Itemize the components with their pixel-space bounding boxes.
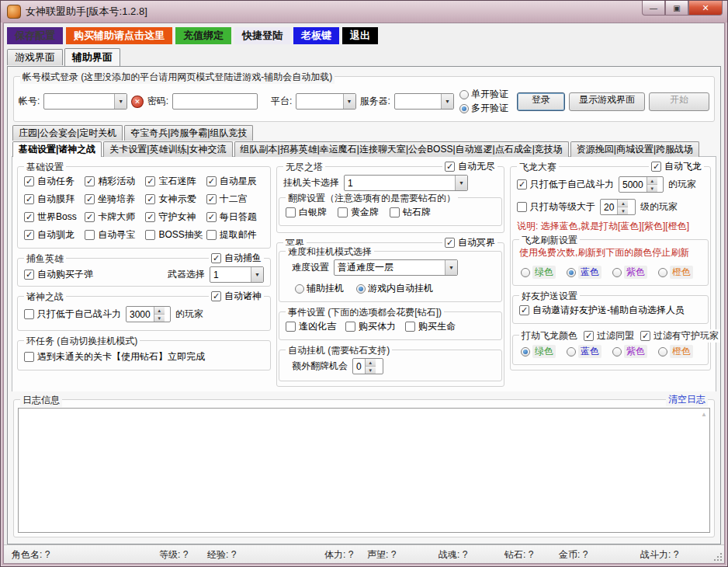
checkbox-auto-star[interactable]: 自动星辰 <box>206 175 264 188</box>
spinner-arrows-icon[interactable]: ▲▼ <box>647 177 657 192</box>
checkbox-icon <box>211 253 221 263</box>
tab-game-view[interactable]: 游戏界面 <box>7 49 63 65</box>
buy-assist-button[interactable]: 购买辅助请点击这里 <box>66 27 172 44</box>
radio-rob-green[interactable]: 绿色 <box>521 345 556 358</box>
tab-team-dungeon[interactable]: 组队副本|招募英雄|幸运魔石|连接聊天室|公会BOSS|自动巡逻|点石成金|竞技… <box>234 141 569 157</box>
checkbox-daily-quiz[interactable]: 每日答题 <box>206 210 264 224</box>
checkbox-auto-fishing[interactable]: 自动捕鱼 <box>211 252 262 265</box>
boss-key-button[interactable]: 老板键 <box>293 27 339 44</box>
login-button[interactable]: 登录 <box>517 92 565 111</box>
scroll-up-icon[interactable]: ▲ <box>701 411 707 418</box>
close-button[interactable]: ✕ <box>688 1 723 16</box>
platform-combobox[interactable]: ▼ <box>296 93 355 110</box>
tab-basic-settings[interactable]: 基础设置|诸神之战 <box>12 141 102 157</box>
checkbox-auto-endless[interactable]: 自动无尽 <box>445 160 495 173</box>
maximize-button[interactable]: ▣ <box>665 1 688 16</box>
titlebar: 女神联盟助手[版本号:1.2.8] — ▣ ✕ <box>1 1 727 23</box>
radio-assist-hang[interactable]: 辅助挂机 <box>295 282 344 295</box>
checkbox-dragon-power-limit[interactable]: 只打低于自己战斗力 <box>517 178 614 191</box>
checkbox-buy-life[interactable]: 购买生命 <box>405 320 456 333</box>
checkbox-gold-card[interactable]: 黄金牌 <box>338 206 379 219</box>
radio-label: 橙色 <box>670 266 693 279</box>
tab-manor-group[interactable]: 庄园|公会宴会|定时关机 <box>12 125 123 141</box>
checkbox-filter-guarded[interactable]: 过滤有守护玩家 <box>640 329 719 343</box>
checkbox-gem-maze[interactable]: 宝石迷阵 <box>145 175 203 188</box>
radio-refresh-green[interactable]: 绿色 <box>521 266 556 279</box>
checkbox-auto-escort[interactable]: 自动邀请好友护送-辅助自动选择人员 <box>519 304 685 317</box>
checkbox-buy-stamina[interactable]: 购买体力 <box>345 320 396 333</box>
password-input[interactable] <box>172 93 258 110</box>
client-area: 保存配置 购买辅助请点击这里 充值绑定 快捷登陆 老板键 退出 游戏界面 辅助界… <box>3 23 725 564</box>
checkbox-diamond-card[interactable]: 钻石牌 <box>390 206 431 219</box>
minimize-button[interactable]: — <box>642 1 665 16</box>
checkbox-icon <box>206 212 217 222</box>
account-combobox[interactable]: ▼ <box>43 93 127 110</box>
clear-log-link[interactable]: 清空日志 <box>666 393 708 406</box>
log-textarea[interactable]: ▲ <box>18 408 710 533</box>
radio-multi-login[interactable]: 多开验证 <box>459 102 508 115</box>
checkbox-goddess-love[interactable]: 女神示爱 <box>145 193 203 206</box>
spinner-arrows-icon[interactable]: ▲▼ <box>154 307 165 322</box>
checkbox-rob-level-limit[interactable]: 只打劫等级大于 <box>517 200 595 214</box>
checkbox-icon <box>145 194 155 204</box>
spinner-arrows-icon[interactable]: ▲▼ <box>617 200 628 214</box>
radio-rob-blue[interactable]: 蓝色 <box>567 345 601 358</box>
checkbox-buy-bullet[interactable]: 自动购买子弹 <box>24 268 93 281</box>
checkbox-guard-goddess[interactable]: 守护女神 <box>145 210 203 224</box>
flip-settings-caption: 翻牌设置（注意选项有的是需要钻石的） <box>286 192 458 205</box>
checkbox-label: BOSS抽奖 <box>158 228 203 242</box>
radio-icon <box>658 347 667 357</box>
radio-rob-purple[interactable]: 紫色 <box>612 345 647 358</box>
checkbox-auto-dragon[interactable]: 自动飞龙 <box>651 160 702 173</box>
checkbox-dragon-tame[interactable]: 自动驯龙 <box>24 228 81 242</box>
tab-level-settings[interactable]: 关卡设置|英雄训练|女神交流 <box>103 141 232 157</box>
dragon-power-spinner[interactable]: 5000 ▲▼ <box>619 176 664 193</box>
checkbox-events[interactable]: 精彩活动 <box>85 175 142 188</box>
weapon-combobox[interactable]: 1 ▼ <box>210 266 264 283</box>
radio-ingame-hang[interactable]: 游戏内自动挂机 <box>356 282 433 295</box>
checkbox-luck-turn[interactable]: 逢凶化吉 <box>286 320 336 333</box>
checkbox-auto-gods[interactable]: 自动诸神 <box>211 290 262 303</box>
checkbox-fetch-mail[interactable]: 提取邮件 <box>206 228 264 242</box>
tab-assist-view[interactable]: 辅助界面 <box>64 48 120 66</box>
server-combobox[interactable]: ▼ <box>394 93 454 110</box>
rob-level-spinner[interactable]: 20 ▲▼ <box>600 199 636 215</box>
checkbox-card-master[interactable]: 卡牌大师 <box>85 210 142 224</box>
tab-resource-recovery[interactable]: 资源挽回|商城设置|跨服战场 <box>570 141 699 157</box>
checkbox-boss-lottery[interactable]: BOSS抽奖 <box>145 228 203 242</box>
checkbox-power-limit[interactable]: 只打低于自己战斗力 <box>24 308 121 321</box>
radio-rob-orange[interactable]: 橙色 <box>658 345 693 358</box>
delete-account-icon[interactable]: ✕ <box>131 96 143 108</box>
save-config-button[interactable]: 保存配置 <box>7 27 63 44</box>
checkbox-filter-alliance[interactable]: 过滤同盟 <box>584 329 634 343</box>
radio-refresh-orange[interactable]: 橙色 <box>658 266 693 279</box>
recharge-bind-button[interactable]: 充值绑定 <box>175 27 231 44</box>
radio-single-login[interactable]: 单开验证 <box>459 88 508 101</box>
tab-treasure-group[interactable]: 夺宝奇兵|跨服争霸|组队竞技 <box>124 125 253 141</box>
checkbox-mount-train[interactable]: 坐骑培养 <box>85 193 142 206</box>
checkbox-world-boss[interactable]: 世界Boss <box>24 210 81 224</box>
checkbox-auto-underworld[interactable]: 自动冥界 <box>445 236 495 249</box>
exit-button[interactable]: 退出 <box>342 27 378 44</box>
power-limit-spinner[interactable]: 3000 ▲▼ <box>126 306 171 322</box>
checkbox-zodiac[interactable]: 十二宫 <box>206 193 264 206</box>
chevron-down-icon: ▼ <box>251 267 263 282</box>
extra-flip-spinner[interactable]: 0 ▲▼ <box>352 358 383 374</box>
radio-refresh-blue[interactable]: 蓝色 <box>567 266 601 279</box>
checkbox-icon <box>584 331 594 341</box>
show-game-button[interactable]: 显示游戏界面 <box>569 92 645 111</box>
checkbox-auto-worship[interactable]: 自动膜拜 <box>24 193 81 206</box>
checkbox-silver-card[interactable]: 白银牌 <box>286 206 327 219</box>
difficulty-combobox[interactable]: 普通难度一层 ▼ <box>334 259 458 276</box>
hang-level-combobox[interactable]: 1 ▼ <box>344 175 468 191</box>
start-button[interactable]: 开始 <box>649 92 709 111</box>
spinner-arrows-icon[interactable]: ▲▼ <box>365 359 376 374</box>
checkbox-treasure-hunt[interactable]: 自动寻宝 <box>85 228 142 242</box>
radio-refresh-purple[interactable]: 紫色 <box>612 266 647 279</box>
quick-login-button[interactable]: 快捷登陆 <box>234 27 290 44</box>
checkbox-label: 女神示爱 <box>158 193 196 206</box>
checkbox-diamond-complete[interactable]: 遇到未通关的关卡【使用钻石】立即完成 <box>24 350 205 364</box>
power-limit-suffix: 的玩家 <box>175 308 203 321</box>
resize-grip[interactable] <box>713 552 723 562</box>
checkbox-auto-task[interactable]: 自动任务 <box>24 175 81 188</box>
